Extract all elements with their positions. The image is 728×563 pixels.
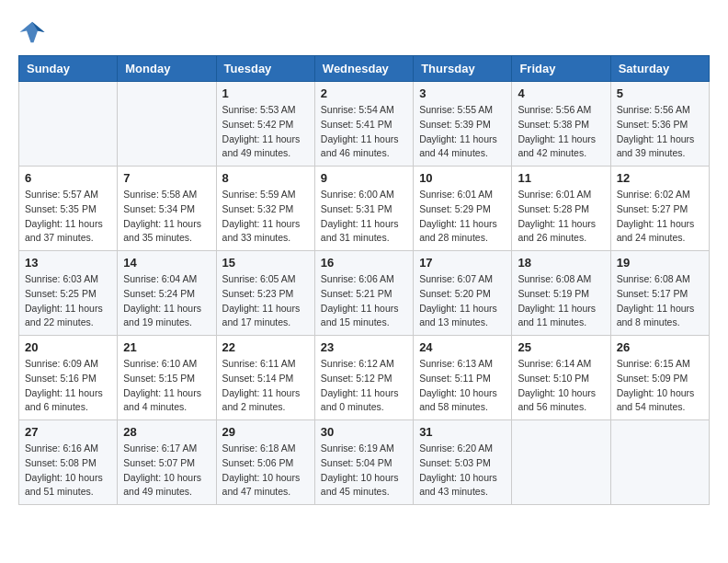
logo: [18, 18, 50, 46]
day-number: 31: [419, 425, 506, 439]
calendar-cell: 28Sunrise: 6:17 AM Sunset: 5:07 PM Dayli…: [118, 420, 216, 505]
calendar-cell: 25Sunrise: 6:14 AM Sunset: 5:10 PM Dayli…: [512, 336, 610, 420]
calendar-cell: 24Sunrise: 6:13 AM Sunset: 5:11 PM Dayli…: [414, 336, 512, 420]
weekday-header-sunday: Sunday: [19, 56, 118, 82]
day-number: 14: [123, 256, 210, 270]
calendar-table: SundayMondayTuesdayWednesdayThursdayFrid…: [18, 55, 710, 505]
day-number: 16: [321, 256, 407, 270]
calendar-week-row: 13Sunrise: 6:03 AM Sunset: 5:25 PM Dayli…: [19, 251, 710, 336]
day-info: Sunrise: 5:53 AM Sunset: 5:42 PM Dayligh…: [222, 103, 309, 161]
calendar-week-row: 20Sunrise: 6:09 AM Sunset: 5:16 PM Dayli…: [19, 336, 710, 420]
weekday-header-monday: Monday: [118, 56, 216, 82]
calendar-cell: 15Sunrise: 6:05 AM Sunset: 5:23 PM Dayli…: [216, 251, 314, 336]
day-number: 13: [25, 256, 111, 270]
day-number: 10: [419, 171, 506, 185]
day-info: Sunrise: 5:56 AM Sunset: 5:38 PM Dayligh…: [518, 103, 604, 161]
calendar-cell: 14Sunrise: 6:04 AM Sunset: 5:24 PM Dayli…: [118, 251, 216, 336]
day-info: Sunrise: 6:05 AM Sunset: 5:23 PM Dayligh…: [222, 272, 309, 330]
day-number: 6: [25, 171, 111, 185]
weekday-header-friday: Friday: [512, 56, 610, 82]
day-info: Sunrise: 6:08 AM Sunset: 5:17 PM Dayligh…: [617, 272, 703, 330]
day-number: 2: [321, 86, 407, 100]
day-number: 23: [321, 340, 407, 354]
calendar-week-row: 1Sunrise: 5:53 AM Sunset: 5:42 PM Daylig…: [19, 82, 710, 167]
weekday-header-wednesday: Wednesday: [314, 56, 413, 82]
calendar-cell: 8Sunrise: 5:59 AM Sunset: 5:32 PM Daylig…: [216, 167, 314, 251]
calendar-cell: 23Sunrise: 6:12 AM Sunset: 5:12 PM Dayli…: [314, 336, 413, 420]
day-info: Sunrise: 6:19 AM Sunset: 5:04 PM Dayligh…: [321, 442, 407, 500]
calendar-week-row: 6Sunrise: 5:57 AM Sunset: 5:35 PM Daylig…: [19, 167, 710, 251]
day-info: Sunrise: 5:56 AM Sunset: 5:36 PM Dayligh…: [617, 103, 703, 161]
calendar-cell: 2Sunrise: 5:54 AM Sunset: 5:41 PM Daylig…: [314, 82, 413, 167]
day-info: Sunrise: 6:07 AM Sunset: 5:20 PM Dayligh…: [419, 272, 506, 330]
calendar-cell: 17Sunrise: 6:07 AM Sunset: 5:20 PM Dayli…: [414, 251, 512, 336]
day-info: Sunrise: 6:20 AM Sunset: 5:03 PM Dayligh…: [419, 442, 506, 500]
day-info: Sunrise: 6:03 AM Sunset: 5:25 PM Dayligh…: [25, 272, 111, 330]
day-info: Sunrise: 6:16 AM Sunset: 5:08 PM Dayligh…: [25, 442, 111, 500]
day-info: Sunrise: 6:15 AM Sunset: 5:09 PM Dayligh…: [617, 357, 703, 415]
day-number: 30: [321, 425, 407, 439]
day-info: Sunrise: 5:59 AM Sunset: 5:32 PM Dayligh…: [222, 188, 309, 246]
day-info: Sunrise: 5:55 AM Sunset: 5:39 PM Dayligh…: [419, 103, 506, 161]
calendar-week-row: 27Sunrise: 6:16 AM Sunset: 5:08 PM Dayli…: [19, 420, 710, 505]
day-info: Sunrise: 6:13 AM Sunset: 5:11 PM Dayligh…: [419, 357, 506, 415]
logo-bird-icon: [18, 18, 46, 46]
calendar-cell: 9Sunrise: 6:00 AM Sunset: 5:31 PM Daylig…: [314, 167, 413, 251]
calendar-cell: 6Sunrise: 5:57 AM Sunset: 5:35 PM Daylig…: [19, 167, 118, 251]
calendar-cell: 29Sunrise: 6:18 AM Sunset: 5:06 PM Dayli…: [216, 420, 314, 505]
day-number: 21: [123, 340, 210, 354]
calendar-header-row: SundayMondayTuesdayWednesdayThursdayFrid…: [19, 56, 710, 82]
weekday-header-tuesday: Tuesday: [216, 56, 314, 82]
calendar-cell: 10Sunrise: 6:01 AM Sunset: 5:29 PM Dayli…: [414, 167, 512, 251]
calendar-cell: 5Sunrise: 5:56 AM Sunset: 5:36 PM Daylig…: [610, 82, 709, 167]
svg-marker-0: [20, 22, 45, 43]
day-info: Sunrise: 6:14 AM Sunset: 5:10 PM Dayligh…: [518, 357, 604, 415]
day-number: 20: [25, 340, 111, 354]
day-info: Sunrise: 5:54 AM Sunset: 5:41 PM Dayligh…: [321, 103, 407, 161]
day-number: 3: [419, 86, 506, 100]
day-number: 28: [123, 425, 210, 439]
calendar-body: 1Sunrise: 5:53 AM Sunset: 5:42 PM Daylig…: [19, 82, 710, 505]
day-info: Sunrise: 6:17 AM Sunset: 5:07 PM Dayligh…: [123, 442, 210, 500]
calendar-cell: [610, 420, 709, 505]
day-number: 25: [518, 340, 604, 354]
day-number: 1: [222, 86, 309, 100]
calendar-cell: 4Sunrise: 5:56 AM Sunset: 5:38 PM Daylig…: [512, 82, 610, 167]
day-info: Sunrise: 6:08 AM Sunset: 5:19 PM Dayligh…: [518, 272, 604, 330]
page-header: [18, 18, 710, 46]
day-info: Sunrise: 5:58 AM Sunset: 5:34 PM Dayligh…: [123, 188, 210, 246]
day-info: Sunrise: 5:57 AM Sunset: 5:35 PM Dayligh…: [25, 188, 111, 246]
day-info: Sunrise: 6:18 AM Sunset: 5:06 PM Dayligh…: [222, 442, 309, 500]
day-info: Sunrise: 6:04 AM Sunset: 5:24 PM Dayligh…: [123, 272, 210, 330]
calendar-cell: 13Sunrise: 6:03 AM Sunset: 5:25 PM Dayli…: [19, 251, 118, 336]
day-info: Sunrise: 6:09 AM Sunset: 5:16 PM Dayligh…: [25, 357, 111, 415]
calendar-cell: 3Sunrise: 5:55 AM Sunset: 5:39 PM Daylig…: [414, 82, 512, 167]
day-info: Sunrise: 6:01 AM Sunset: 5:28 PM Dayligh…: [518, 188, 604, 246]
day-number: 26: [617, 340, 703, 354]
calendar-cell: 21Sunrise: 6:10 AM Sunset: 5:15 PM Dayli…: [118, 336, 216, 420]
calendar-cell: 30Sunrise: 6:19 AM Sunset: 5:04 PM Dayli…: [314, 420, 413, 505]
weekday-header-thursday: Thursday: [414, 56, 512, 82]
day-number: 5: [617, 86, 703, 100]
day-info: Sunrise: 6:06 AM Sunset: 5:21 PM Dayligh…: [321, 272, 407, 330]
day-info: Sunrise: 6:10 AM Sunset: 5:15 PM Dayligh…: [123, 357, 210, 415]
day-info: Sunrise: 6:02 AM Sunset: 5:27 PM Dayligh…: [617, 188, 703, 246]
calendar-cell: 26Sunrise: 6:15 AM Sunset: 5:09 PM Dayli…: [610, 336, 709, 420]
day-info: Sunrise: 6:00 AM Sunset: 5:31 PM Dayligh…: [321, 188, 407, 246]
calendar-cell: 18Sunrise: 6:08 AM Sunset: 5:19 PM Dayli…: [512, 251, 610, 336]
day-info: Sunrise: 6:01 AM Sunset: 5:29 PM Dayligh…: [419, 188, 506, 246]
day-info: Sunrise: 6:12 AM Sunset: 5:12 PM Dayligh…: [321, 357, 407, 415]
day-number: 11: [518, 171, 604, 185]
calendar-cell: [118, 82, 216, 167]
day-number: 29: [222, 425, 309, 439]
calendar-cell: [512, 420, 610, 505]
weekday-header-saturday: Saturday: [610, 56, 709, 82]
calendar-cell: 7Sunrise: 5:58 AM Sunset: 5:34 PM Daylig…: [118, 167, 216, 251]
day-number: 7: [123, 171, 210, 185]
calendar-cell: 20Sunrise: 6:09 AM Sunset: 5:16 PM Dayli…: [19, 336, 118, 420]
calendar-cell: 19Sunrise: 6:08 AM Sunset: 5:17 PM Dayli…: [610, 251, 709, 336]
calendar-cell: 1Sunrise: 5:53 AM Sunset: 5:42 PM Daylig…: [216, 82, 314, 167]
calendar-cell: [19, 82, 118, 167]
day-number: 22: [222, 340, 309, 354]
day-number: 17: [419, 256, 506, 270]
